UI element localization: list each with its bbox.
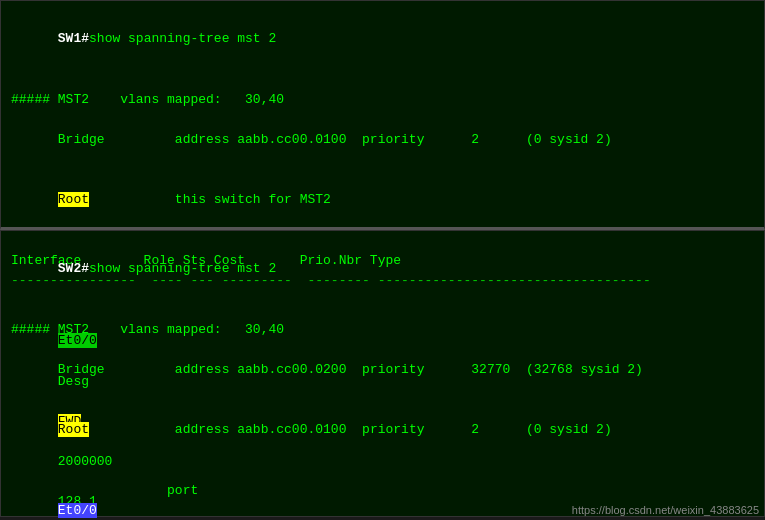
root-line-1: Root this switch for MST2 [11,170,754,230]
bridge-line-2: Bridge address aabb.cc00.0200 priority 3… [11,340,754,400]
command-2: show spanning-tree mst 2 [89,261,276,276]
row1-cost: 2000000 [58,454,113,469]
cmd-line-1: SW1#show spanning-tree mst 2 [11,9,754,69]
panel-top: SW1#show spanning-tree mst 2 ##### MST2 … [0,0,765,230]
root-line-2: Root address aabb.cc00.0100 priority 2 (… [11,400,754,460]
bridge-rest-2: address aabb.cc00.0200 priority 32770 (3… [105,362,643,377]
bridge-rest: address aabb.cc00.0100 priority 2 (0 sys… [105,132,612,147]
blank-4 [11,299,754,319]
mst2-line-2: ##### MST2 vlans mapped: 30,40 [11,320,754,340]
blank-1 [11,69,754,89]
port-val: Et0/0 [58,503,97,518]
prompt-sw1: SW1# [58,31,89,46]
bridge-label-2: Bridge [58,362,105,377]
port-label: port [58,483,198,498]
root-rest-1: this switch for MST2 [89,192,331,207]
bridge-line: Bridge address aabb.cc00.0100 priority 2… [11,110,754,170]
watermark: https://blog.csdn.net/weixin_43883625 [572,504,759,516]
prompt-sw2: SW2# [58,261,89,276]
command-1: show spanning-tree mst 2 [89,31,276,46]
bridge-label: Bridge [58,132,105,147]
mst2-line: ##### MST2 vlans mapped: 30,40 [11,90,754,110]
root-badge-2: Root [58,422,89,437]
root-badge-1: Root [58,192,89,207]
root-rest-2: address aabb.cc00.0100 priority 2 (0 sys… [89,422,612,437]
